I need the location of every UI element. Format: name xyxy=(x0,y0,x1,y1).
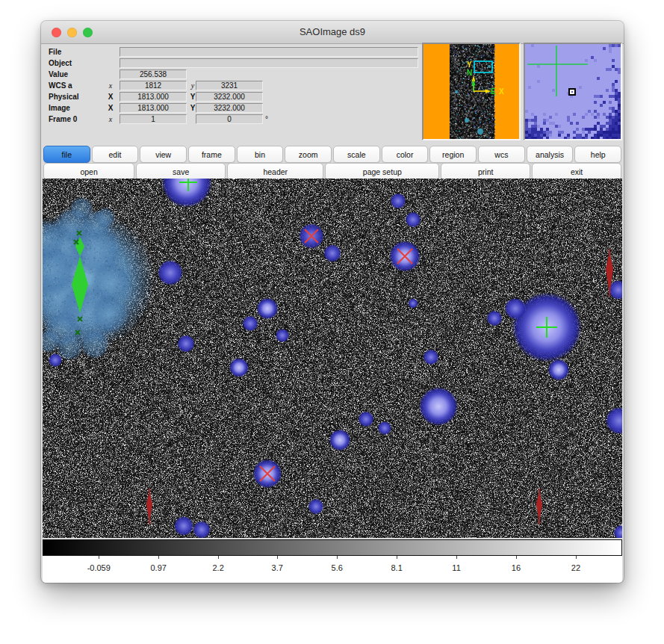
image-x-label: X xyxy=(105,103,116,113)
colorbar-tick-label: 3.7 xyxy=(272,563,283,572)
menu-edit[interactable]: edit xyxy=(92,146,139,163)
menu-help[interactable]: help xyxy=(574,146,621,163)
menu-bar: file edit view frame bin zoom scale colo… xyxy=(43,146,621,163)
colorbar-tick-label: 22 xyxy=(571,563,580,572)
wcs-x-field: 1812 xyxy=(120,81,187,90)
frame-label: Frame 0 xyxy=(49,114,108,124)
panner-canvas[interactable] xyxy=(423,44,519,139)
physical-y-field: 3232.000 xyxy=(196,92,263,102)
file-label: File xyxy=(49,47,108,57)
value-field: 256.538 xyxy=(120,69,187,79)
info-row-image: Image X 1813.000 Y 3232.000 xyxy=(41,103,459,113)
menu-frame[interactable]: frame xyxy=(188,146,235,163)
info-row-file: File xyxy=(41,47,459,57)
colorbar-tick-label: 0.97 xyxy=(150,563,166,572)
menu-analysis[interactable]: analysis xyxy=(527,146,574,163)
colorbar-tick xyxy=(337,556,338,559)
print-button[interactable]: print xyxy=(441,163,530,180)
colorbar-tick-label: 16 xyxy=(512,563,521,572)
colorbar-scale: -0.059 0.97 2.2 3.7 5.6 8.1 11 16 22 xyxy=(43,556,622,583)
frame-rotate-field: 0 xyxy=(196,114,263,124)
physical-x-field: 1813.000 xyxy=(120,92,187,102)
window-title: SAOImage ds9 xyxy=(41,21,624,43)
frame-zoom-field: 1 xyxy=(120,114,187,124)
colorbar-tick-label: 5.6 xyxy=(332,563,343,572)
colorbar-tick xyxy=(158,556,159,559)
info-row-object: Object xyxy=(41,58,459,68)
close-button[interactable] xyxy=(52,28,61,37)
degree-symbol: ° xyxy=(265,114,268,124)
menu-zoom[interactable]: zoom xyxy=(285,146,332,163)
image-label: Image xyxy=(49,103,108,113)
wcs-label: WCS a xyxy=(49,81,108,90)
colorbar-tick-label: 2.2 xyxy=(212,563,223,572)
main-image-canvas[interactable] xyxy=(43,179,622,538)
wcs-y-field: 3231 xyxy=(196,81,263,90)
maximize-button[interactable] xyxy=(83,28,93,37)
magnifier-panel xyxy=(524,43,622,140)
info-row-wcs: WCS a x 1812 y 3231 xyxy=(41,81,459,90)
colorbar-tick xyxy=(516,556,517,559)
colorbar-tick xyxy=(576,556,577,559)
menu-color[interactable]: color xyxy=(382,146,429,163)
image-y-field: 3232.000 xyxy=(196,103,263,113)
menu-file[interactable]: file xyxy=(43,146,90,163)
object-label: Object xyxy=(49,58,108,68)
colorbar-tick xyxy=(456,556,457,559)
colorbar-tick-label: 11 xyxy=(452,563,460,572)
colorbar-tick xyxy=(99,556,99,559)
file-submenu-bar: open save header page setup print exit xyxy=(43,163,621,180)
open-button[interactable]: open xyxy=(43,163,134,180)
colorbar-tick-label: -0.059 xyxy=(87,563,111,572)
image-x-field: 1813.000 xyxy=(120,103,187,113)
menu-bin[interactable]: bin xyxy=(237,146,284,163)
traffic-lights xyxy=(52,28,93,37)
menu-region[interactable]: region xyxy=(429,146,477,163)
physical-x-label: X xyxy=(105,92,116,102)
save-button[interactable]: save xyxy=(136,163,226,180)
object-field xyxy=(120,58,418,68)
info-row-physical: Physical X 1813.000 Y 3232.000 xyxy=(41,92,459,102)
file-field xyxy=(120,47,418,57)
minimize-button[interactable] xyxy=(67,28,77,37)
info-row-frame: Frame 0 x 1 0 ° xyxy=(41,114,459,124)
colorbar-tick xyxy=(218,556,219,559)
wcs-x-label: x xyxy=(105,81,116,90)
frame-zoom-label: x xyxy=(105,114,116,124)
titlebar[interactable]: SAOImage ds9 xyxy=(41,21,624,44)
colorbar-tick-label: 8.1 xyxy=(391,563,402,572)
page-setup-button[interactable]: page setup xyxy=(325,163,439,180)
menu-view[interactable]: view xyxy=(140,146,187,163)
exit-button[interactable]: exit xyxy=(532,163,621,180)
menu-wcs[interactable]: wcs xyxy=(478,146,525,163)
colorbar[interactable] xyxy=(43,539,622,556)
colorbar-tick xyxy=(277,556,278,559)
info-row-value: Value 256.538 xyxy=(41,69,459,79)
physical-label: Physical xyxy=(49,92,108,102)
value-label: Value xyxy=(49,69,108,79)
header-button[interactable]: header xyxy=(227,163,323,180)
menu-scale[interactable]: scale xyxy=(333,146,380,163)
panner-panel xyxy=(422,43,521,140)
colorbar-tick xyxy=(397,556,397,559)
ds9-window: SAOImage ds9 File Object Value 256.538 W… xyxy=(41,21,624,583)
magnifier-canvas xyxy=(525,44,621,139)
